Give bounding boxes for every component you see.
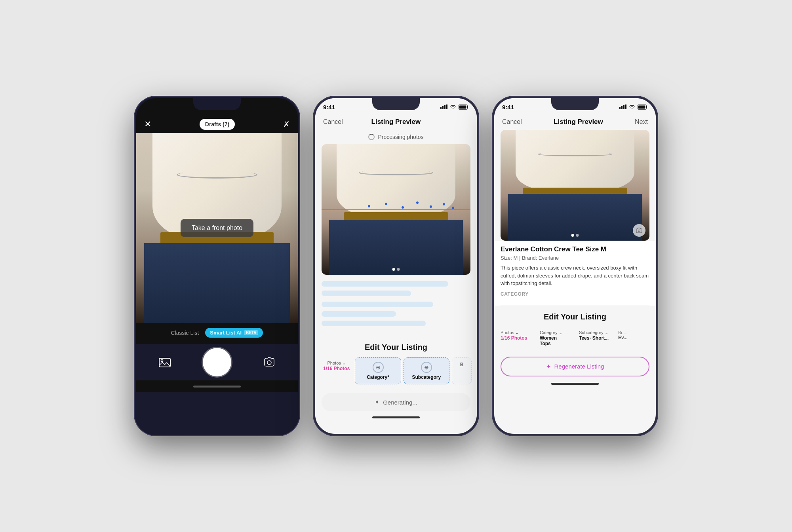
photo-dot-3-2 [576, 234, 579, 237]
next-button-3[interactable]: Next [635, 118, 648, 125]
camera-overlay-icon[interactable] [633, 224, 645, 237]
loading-line-2 [322, 291, 411, 296]
smart-list-badge[interactable]: Smart List AI BETA [205, 328, 263, 338]
photo-dots-indicator-2 [392, 268, 400, 271]
svg-rect-3 [440, 107, 442, 109]
home-indicator-2 [315, 411, 477, 423]
scan-dot [443, 203, 445, 205]
edit-listing-title-3: Edit Your Listing [494, 312, 656, 321]
svg-rect-12 [625, 104, 626, 109]
p3-brand-value: Ev... [618, 335, 628, 340]
cancel-button-2[interactable]: Cancel [323, 118, 343, 125]
photos-tab-2[interactable]: Photos ⌄ 1/16 Photos [319, 357, 354, 384]
scan-dot [416, 201, 419, 204]
edit-tabs-2: Photos ⌄ 1/16 Photos ⊕ Category* ⊕ Subca… [315, 357, 477, 384]
flash-icon[interactable]: ✗ [283, 120, 290, 129]
svg-point-2 [267, 361, 271, 365]
category-tab-3[interactable]: Category ⌄ Women Tops [537, 327, 574, 350]
category-tab-label: Category* [367, 374, 389, 380]
beta-badge: BETA [244, 330, 258, 335]
photos-tab-3[interactable]: Photos ⌄ 1/16 Photos [497, 327, 535, 350]
svg-rect-6 [446, 104, 447, 109]
listing-photo-3 [501, 130, 649, 241]
edit-listing-title-2: Edit Your Listing [315, 343, 477, 352]
loading-lines [315, 275, 477, 336]
svg-rect-14 [638, 105, 645, 108]
gallery-button[interactable] [156, 353, 173, 371]
flip-camera-button[interactable] [261, 353, 278, 371]
gallery-icon [158, 356, 171, 369]
regenerate-button[interactable]: ✦ Regenerate Listing [501, 357, 649, 376]
listing-meta: Size: M | Brand: Everlane [501, 255, 649, 261]
photo-dots-indicator-3 [571, 234, 579, 237]
notch-1 [193, 98, 241, 110]
svg-rect-9 [619, 107, 621, 109]
status-time-2: 9:41 [323, 104, 335, 110]
subcategory-tab-3[interactable]: Subcategory ⌄ Tees- Short... [576, 327, 613, 350]
screen-2: 9:41 [315, 98, 477, 434]
category-label: CATEGORY [501, 291, 649, 297]
person-necklace [177, 171, 257, 179]
subcategory-tab-label: Subcategory [412, 374, 441, 380]
photo-dot-3-1 [571, 234, 574, 237]
processing-label: Processing photos [378, 134, 423, 140]
edit-tabs-3: Photos ⌄ 1/16 Photos Category ⌄ Women To… [494, 327, 656, 350]
photo-top-3 [516, 130, 635, 191]
edit-listing-section-3: Edit Your Listing Photos ⌄ 1/16 Photos C… [494, 306, 656, 353]
home-bar-1 [193, 386, 241, 388]
camera-viewfinder: Take a front photo [136, 133, 298, 323]
p3-photos-label: Photos ⌄ [501, 330, 519, 335]
brand-tab-2[interactable]: B [452, 357, 472, 384]
generating-icon: ✦ [375, 399, 380, 406]
nav-bar-3: Cancel Listing Preview Next [494, 116, 656, 130]
nav-title-3: Listing Preview [554, 118, 603, 126]
listing-title: Everlane Cotton Crew Tee Size M [501, 245, 649, 253]
photos-tab-count: 1/16 Photos [323, 366, 350, 371]
screen-3: 9:41 [494, 98, 656, 434]
svg-rect-4 [442, 106, 444, 109]
signal-icon-2 [440, 104, 447, 109]
home-indicator-3 [494, 376, 656, 388]
listing-description: This piece offers a classic crew neck, o… [501, 264, 649, 287]
photo-bg-person-3 [501, 130, 649, 241]
close-icon[interactable]: ✕ [144, 119, 151, 129]
generating-label: Generating... [383, 399, 417, 406]
cancel-button-3[interactable]: Cancel [502, 118, 522, 125]
phone-2: 9:41 [313, 96, 479, 436]
loading-line-4 [322, 311, 396, 317]
battery-icon-3 [638, 104, 648, 110]
processing-banner: Processing photos [315, 130, 477, 144]
photo-content-3 [501, 130, 649, 241]
p3-category-value2: Tops [540, 341, 551, 346]
p3-photos-value: 1/16 Photos [501, 335, 527, 341]
signal-icon-3 [619, 104, 626, 109]
p3-category-value: Women [540, 335, 557, 341]
subcategory-tab-icon: ⊕ [421, 362, 432, 373]
brand-tab-3[interactable]: Br... Ev... [615, 327, 653, 350]
drafts-badge[interactable]: Drafts (7) [200, 119, 235, 130]
battery-icon-2 [459, 104, 469, 110]
status-icons-2 [440, 104, 469, 110]
subcategory-tab-2[interactable]: ⊕ Subcategory [404, 357, 449, 384]
spinner-icon [368, 134, 375, 140]
status-icons-3 [619, 104, 648, 110]
loading-line-3 [322, 302, 433, 307]
nav-title-2: Listing Preview [371, 118, 421, 126]
category-tab-2[interactable]: ⊕ Category* [355, 357, 401, 384]
home-bar-2 [372, 416, 420, 418]
notch-3 [551, 98, 599, 110]
shutter-button[interactable] [203, 348, 231, 376]
svg-point-1 [161, 360, 163, 362]
loading-line-1 [322, 281, 448, 287]
listing-photo-2 [322, 144, 470, 275]
camera-small-icon [636, 228, 642, 233]
category-tab-icon: ⊕ [373, 362, 384, 373]
svg-rect-8 [459, 105, 466, 108]
photo-content-2 [322, 144, 470, 275]
svg-rect-5 [444, 105, 446, 109]
scan-dot [368, 205, 370, 207]
front-photo-label: Take a front photo [181, 219, 253, 237]
classic-list-label[interactable]: Classic List [171, 330, 199, 336]
phone-1: ✕ Drafts (7) ✗ Take a front photo [134, 96, 300, 436]
listing-type-bar: Classic List Smart List AI BETA [136, 323, 298, 344]
